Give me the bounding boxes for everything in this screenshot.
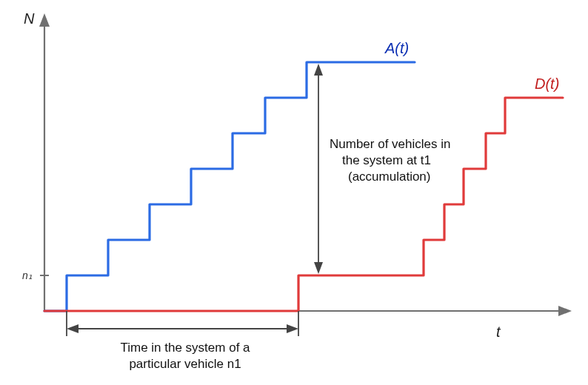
accumulation-label: Number of vehicles in the system at t1 (… bbox=[330, 137, 450, 184]
svg-text:particular vehicle n1: particular vehicle n1 bbox=[129, 357, 241, 371]
time-in-system-label: Time in the system of a particular vehic… bbox=[120, 341, 250, 371]
svg-marker-1 bbox=[39, 13, 50, 27]
departure-curve-label: D(t) bbox=[535, 76, 559, 92]
accumulation-arrow bbox=[314, 64, 323, 274]
svg-marker-6 bbox=[314, 64, 323, 76]
axes bbox=[39, 13, 572, 316]
arrival-curve bbox=[44, 62, 415, 311]
y-axis-label: N bbox=[24, 10, 35, 27]
svg-text:Number of vehicles in: Number of vehicles in bbox=[330, 137, 450, 151]
n1-tick-label: n₁ bbox=[22, 270, 33, 281]
svg-marker-3 bbox=[558, 306, 572, 316]
svg-text:Time in the system of a: Time in the system of a bbox=[120, 341, 250, 355]
queueing-diagram: N t n₁ A(t) D(t) Number of vehicles in t… bbox=[0, 0, 588, 385]
arrival-curve-label: A(t) bbox=[384, 40, 409, 56]
svg-text:(accumulation): (accumulation) bbox=[348, 170, 431, 184]
svg-marker-7 bbox=[314, 262, 323, 274]
departure-curve bbox=[44, 98, 563, 311]
svg-text:the system at t1: the system at t1 bbox=[342, 153, 431, 167]
time-in-system-arrow bbox=[67, 311, 298, 336]
x-axis-label: t bbox=[496, 324, 501, 340]
svg-marker-15 bbox=[287, 324, 298, 333]
svg-marker-14 bbox=[67, 324, 78, 333]
